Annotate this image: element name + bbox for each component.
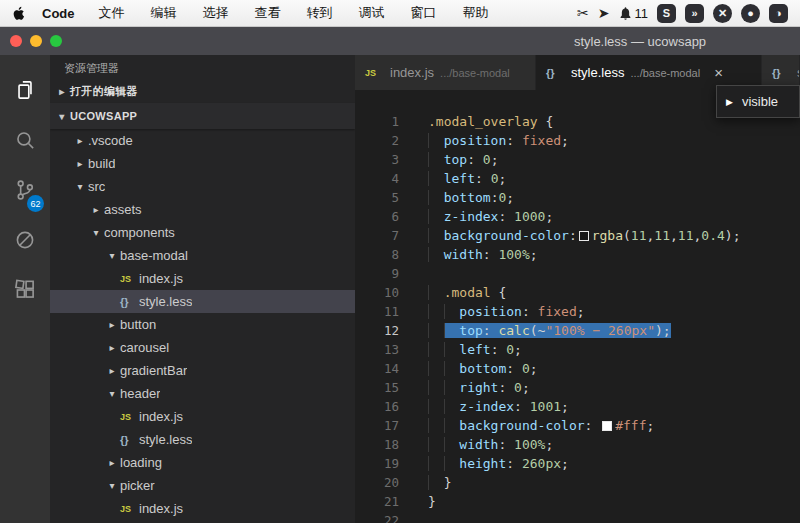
code-line-7[interactable]: 7 background-color:rgba(11,11,11,0.4);: [355, 226, 800, 245]
tree-item-picker[interactable]: ▾picker: [50, 474, 355, 497]
close-window-button[interactable]: [10, 35, 22, 47]
tree-item-components[interactable]: ▾components: [50, 221, 355, 244]
menu-go[interactable]: 转到: [307, 4, 333, 22]
js-file-icon: JS: [120, 412, 139, 422]
tree-item-loading[interactable]: ▸loading: [50, 451, 355, 474]
tree-item-base-modal[interactable]: ▾base-modal: [50, 244, 355, 267]
tree-item-src[interactable]: ▾src: [50, 175, 355, 198]
tree-item-gradientbar[interactable]: ▸gradientBar: [50, 359, 355, 382]
token-prop: position: [444, 133, 507, 148]
tree-item-button[interactable]: ▸button: [50, 313, 355, 336]
line-number[interactable]: 17: [355, 416, 399, 435]
line-number[interactable]: 15: [355, 378, 399, 397]
line-number[interactable]: 1: [355, 112, 399, 131]
code-line-20[interactable]: 20 }: [355, 473, 800, 492]
line-number[interactable]: 16: [355, 397, 399, 416]
source-control-icon[interactable]: 62: [0, 165, 50, 215]
code-line-13[interactable]: 13 left: 0;: [355, 340, 800, 359]
tree-item-assets[interactable]: ▸assets: [50, 198, 355, 221]
tree-item--vscode[interactable]: ▸.vscode: [50, 129, 355, 152]
dot-app-icon[interactable]: ●: [741, 4, 760, 23]
code-line-10[interactable]: 10 .modal {: [355, 283, 800, 302]
line-number[interactable]: 9: [355, 264, 399, 283]
open-editors-section[interactable]: ▸ 打开的编辑器: [50, 79, 355, 103]
scissors-icon[interactable]: ✂: [577, 5, 589, 21]
tree-item-index-js[interactable]: JSindex.js: [50, 497, 355, 520]
line-number[interactable]: 2: [355, 131, 399, 150]
tree-item-index-js[interactable]: JSindex.js: [50, 267, 355, 290]
code-text: bottom: 0;: [428, 359, 538, 378]
line-number[interactable]: 12: [355, 321, 399, 340]
explorer-icon[interactable]: [0, 65, 50, 115]
code-editor[interactable]: 1.modal_overlay {2 position: fixed;3 top…: [355, 90, 800, 523]
code-line-22[interactable]: 22: [355, 511, 800, 523]
moon-app-icon[interactable]: ◑: [769, 4, 788, 23]
line-number[interactable]: 20: [355, 473, 399, 492]
tab-index-js[interactable]: JS index.js .../base-modal: [355, 55, 536, 90]
line-number[interactable]: 21: [355, 492, 399, 511]
indent-guide: [444, 456, 460, 471]
line-number[interactable]: 22: [355, 511, 399, 523]
code-line-18[interactable]: 18 width: 100%;: [355, 435, 800, 454]
code-line-2[interactable]: 2 position: fixed;: [355, 131, 800, 150]
token-prop: right: [459, 380, 498, 395]
menu-app-name[interactable]: Code: [42, 6, 75, 21]
workspace-root-section[interactable]: ▾ UCOWSAPP: [50, 103, 355, 129]
debug-icon[interactable]: [0, 215, 50, 265]
line-number[interactable]: 13: [355, 340, 399, 359]
line-number[interactable]: 11: [355, 302, 399, 321]
code-line-9[interactable]: 9: [355, 264, 800, 283]
tree-item-carousel[interactable]: ▸carousel: [50, 336, 355, 359]
code-line-19[interactable]: 19 height: 260px;: [355, 454, 800, 473]
line-number[interactable]: 5: [355, 188, 399, 207]
zoom-window-button[interactable]: [50, 35, 62, 47]
line-number[interactable]: 6: [355, 207, 399, 226]
circle-x-app-icon[interactable]: ✕: [713, 4, 732, 23]
menu-view[interactable]: 查看: [255, 4, 281, 22]
line-number[interactable]: 14: [355, 359, 399, 378]
tree-item-index-js[interactable]: JSindex.js: [50, 405, 355, 428]
code-line-6[interactable]: 6 z-index: 1000;: [355, 207, 800, 226]
line-number[interactable]: 10: [355, 283, 399, 302]
code-line-16[interactable]: 16 z-index: 1001;: [355, 397, 800, 416]
line-number[interactable]: 7: [355, 226, 399, 245]
line-number[interactable]: 8: [355, 245, 399, 264]
menu-help[interactable]: 帮助: [463, 4, 489, 22]
code-line-3[interactable]: 3 top: 0;: [355, 150, 800, 169]
code-line-4[interactable]: 4 left: 0;: [355, 169, 800, 188]
extensions-icon[interactable]: [0, 265, 50, 315]
search-icon[interactable]: [0, 115, 50, 165]
token-prop: left: [444, 171, 475, 186]
line-number[interactable]: 3: [355, 150, 399, 169]
tree-item-style-less[interactable]: {}style.less: [50, 428, 355, 451]
code-line-12[interactable]: 12 top: calc(~"100% − 260px");: [355, 321, 800, 340]
code-line-21[interactable]: 21}: [355, 492, 800, 511]
bell-status[interactable]: 11: [619, 6, 649, 21]
suggest-popup[interactable]: ▶ visible: [716, 85, 800, 118]
line-number[interactable]: 18: [355, 435, 399, 454]
tree-item-build[interactable]: ▸build: [50, 152, 355, 175]
arrows-app-icon[interactable]: »: [685, 4, 704, 23]
code-line-17[interactable]: 17 background-color: #fff;: [355, 416, 800, 435]
menu-edit[interactable]: 编辑: [151, 4, 177, 22]
code-line-15[interactable]: 15 right: 0;: [355, 378, 800, 397]
color-swatch-white[interactable]: [602, 421, 612, 431]
code-line-8[interactable]: 8 width: 100%;: [355, 245, 800, 264]
minimize-window-button[interactable]: [30, 35, 42, 47]
menu-selection[interactable]: 选择: [203, 4, 229, 22]
tree-item-style-less[interactable]: {}style.less: [50, 290, 355, 313]
code-line-14[interactable]: 14 bottom: 0;: [355, 359, 800, 378]
menu-file[interactable]: 文件: [99, 4, 125, 22]
tree-item-header[interactable]: ▾header: [50, 382, 355, 405]
code-line-5[interactable]: 5 bottom:0;: [355, 188, 800, 207]
s-app-icon[interactable]: S: [657, 4, 676, 23]
close-icon[interactable]: ×: [714, 65, 723, 80]
paper-plane-icon[interactable]: ➤: [598, 5, 610, 21]
color-swatch-dark[interactable]: [579, 231, 589, 241]
menu-debug[interactable]: 调试: [359, 4, 385, 22]
line-number[interactable]: 4: [355, 169, 399, 188]
code-line-11[interactable]: 11 position: fixed;: [355, 302, 800, 321]
line-number[interactable]: 19: [355, 454, 399, 473]
apple-menu-icon[interactable]: [12, 6, 26, 21]
menu-window[interactable]: 窗口: [411, 4, 437, 22]
